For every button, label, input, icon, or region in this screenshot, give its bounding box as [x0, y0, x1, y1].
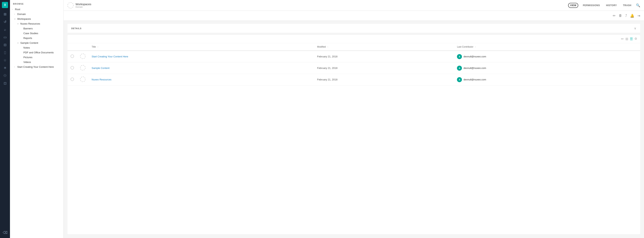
gallery-nav-icon[interactable]: ⊟: [2, 42, 8, 48]
chevron-icon: [20, 56, 22, 58]
sidebar-item-label: Start Creating Your Content Here: [17, 66, 54, 68]
tab-permissions[interactable]: PERMISSIONS: [581, 3, 602, 8]
app-logo[interactable]: X: [2, 2, 8, 8]
share-icon[interactable]: ⤴: [625, 14, 627, 18]
trash-nav-icon[interactable]: ⌫: [2, 229, 8, 236]
edit-list-icon[interactable]: ✏: [621, 37, 624, 41]
sidebar-item-pictures[interactable]: Pictures: [10, 55, 64, 60]
top-bar-actions: VIEW PERMISSIONS HISTORY TRASH 🔍: [568, 3, 640, 8]
content-table: Title ↑ Modified ↑ Last Contributor: [68, 43, 640, 85]
contributor-email: devnull@nuxeo.com: [464, 67, 486, 70]
th-modified[interactable]: Modified ↑: [314, 43, 454, 51]
workflow-nav-icon[interactable]: ✳: [2, 65, 8, 71]
details-chevron-icon: ∨: [634, 27, 636, 30]
row-icon-cell: [77, 62, 88, 74]
contributor-avatar: A: [457, 66, 462, 71]
sidebar-item-reports[interactable]: Reports: [10, 36, 64, 41]
chevron-icon: [20, 32, 22, 34]
th-title[interactable]: Title ↑: [88, 43, 314, 51]
row-type-icon: [80, 77, 86, 82]
workspace-title: Workspaces: [76, 3, 91, 6]
title-sort-arrow: ↑: [97, 46, 98, 48]
sidebar-item-root[interactable]: › Root: [10, 7, 64, 12]
export-icon[interactable]: ⇥: [637, 14, 640, 18]
row-title-cell[interactable]: Nuxeo Resources: [88, 74, 314, 85]
row-type-icon: [80, 54, 86, 59]
table-row: Sample Content February 21, 2018 A devnu…: [68, 62, 640, 74]
contributor-email: devnull@nuxeo.com: [464, 55, 486, 58]
browse-nav-icon[interactable]: ⊞: [2, 11, 8, 18]
list-view-icon[interactable]: ☰: [630, 37, 633, 41]
modified-sort-arrow: ↑: [327, 46, 328, 48]
user-nav-icon[interactable]: ⚇: [2, 72, 8, 79]
subscribe-icon[interactable]: 🔔: [630, 14, 634, 18]
details-header[interactable]: DETAILS ∨: [68, 24, 640, 33]
chevron-icon: ∨: [17, 42, 20, 44]
sidebar-item-videos[interactable]: Videos: [10, 60, 64, 65]
tab-history[interactable]: HISTORY: [604, 3, 618, 8]
row-title-cell[interactable]: Start Creating Your Content Here: [88, 51, 314, 62]
row-contributor-cell: A devnull@nuxeo.com: [454, 62, 640, 74]
row-title-cell[interactable]: Sample Content: [88, 62, 314, 74]
contributor-avatar: A: [457, 77, 462, 82]
contributor-avatar: A: [457, 54, 462, 59]
clipboard-nav-icon[interactable]: ⌷: [2, 49, 8, 56]
sidebar-item-label: Reports: [24, 37, 32, 40]
row-checkbox[interactable]: [70, 78, 74, 81]
column-settings-icon[interactable]: ⚙: [634, 37, 637, 41]
chevron-icon: [20, 61, 22, 63]
sidebar-item-label: Sample Content: [20, 42, 38, 44]
search-nav-icon[interactable]: ⌕: [2, 26, 8, 33]
sidebar-item-pdf-office[interactable]: PDF and Office Documents: [10, 50, 64, 55]
workspace-icon: [68, 2, 74, 9]
details-label: DETAILS: [71, 27, 82, 30]
sidebar-item-banners[interactable]: Banners: [10, 26, 64, 31]
row-type-icon: [80, 65, 86, 70]
table-header-row: Title ↑ Modified ↑ Last Contributor: [68, 43, 640, 51]
search-button[interactable]: 🔍: [636, 3, 640, 8]
favorites-nav-icon[interactable]: ☆: [2, 57, 8, 64]
row-checkbox[interactable]: [70, 55, 74, 58]
th-contributor[interactable]: Last Contributor ↑: [454, 43, 640, 51]
recent-nav-icon[interactable]: ↺: [2, 19, 8, 25]
sidebar-item-label: Domain: [17, 13, 26, 16]
sidebar-item-label: Notes: [24, 46, 30, 49]
sidebar-item-sample-content[interactable]: ∨ Sample Content: [10, 41, 64, 45]
tasks-nav-icon[interactable]: ▭: [2, 34, 8, 41]
workspace-type: Domain: [76, 6, 91, 8]
sidebar-item-workspaces[interactable]: ∨ Workspaces: [10, 17, 64, 21]
content-area: ✏ ⊞ ☰ ⚙ Title ↑ Mod: [68, 35, 640, 234]
tab-view[interactable]: VIEW: [568, 3, 578, 8]
edit-icon[interactable]: ✏: [613, 14, 616, 18]
chevron-icon: [20, 37, 22, 39]
delete-icon[interactable]: 🗑: [619, 14, 622, 18]
chevron-icon: [20, 52, 22, 54]
contributor-email: devnull@nuxeo.com: [464, 78, 486, 81]
sidebar-item-notes[interactable]: Notes: [10, 45, 64, 50]
sidebar-header: BROWSE: [10, 0, 64, 7]
sidebar-item-label: Case Studies: [24, 32, 38, 35]
contributor-sort-arrow: ↑: [475, 46, 476, 48]
th-checkbox: [68, 43, 77, 51]
chevron-icon: [20, 28, 22, 30]
row-modified-cell: February 21, 2018: [314, 62, 454, 74]
row-checkbox[interactable]: [70, 66, 74, 70]
details-section: DETAILS ∨: [68, 24, 640, 33]
sidebar-item-label: Videos: [24, 61, 31, 64]
sidebar-item-case-studies[interactable]: Case Studies: [10, 31, 64, 36]
sidebar-item-start-creating[interactable]: › Start Creating Your Content Here: [10, 65, 64, 69]
tab-trash[interactable]: TRASH: [622, 3, 633, 8]
sidebar-item-nuxeo-resources[interactable]: ∨ Nuxeo Resources: [10, 21, 64, 26]
sidebar-item-label: Banners: [24, 27, 32, 30]
row-contributor-cell: A devnull@nuxeo.com: [454, 51, 640, 62]
sidebar-item-domain[interactable]: › Domain: [10, 12, 64, 17]
table-row: Nuxeo Resources February 21, 2018 A devn…: [68, 74, 640, 85]
table-row: Start Creating Your Content Here Februar…: [68, 51, 640, 62]
row-icon-cell: [77, 51, 88, 62]
sidebar-item-label: Workspaces: [17, 18, 31, 20]
row-modified-cell: February 21, 2018: [314, 74, 454, 85]
grid-view-icon[interactable]: ⊞: [626, 37, 628, 41]
sidebar-item-label: Pictures: [24, 56, 32, 59]
chevron-icon: ›: [14, 13, 16, 15]
audit-nav-icon[interactable]: ⊡: [2, 80, 8, 87]
